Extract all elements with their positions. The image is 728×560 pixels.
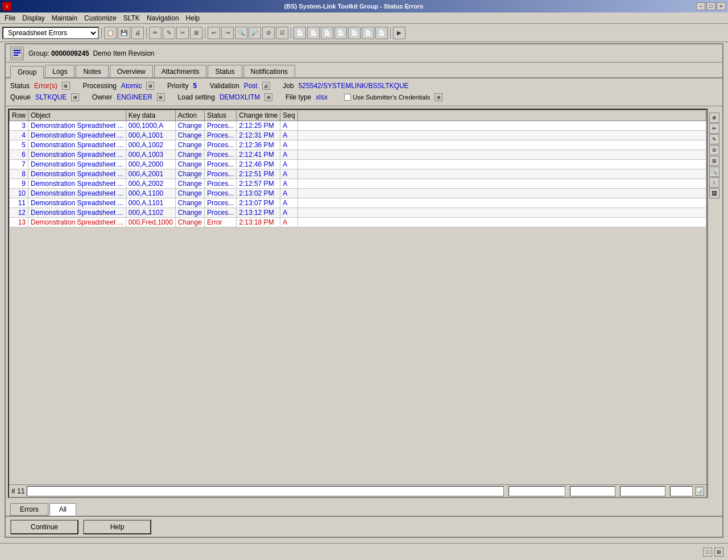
toolbar-separator xyxy=(101,27,102,39)
toolbar-btn-14[interactable]: 📄 xyxy=(293,27,306,39)
menu-maintain[interactable]: Maintain xyxy=(48,13,81,23)
table-row[interactable]: 12 Demonstration Spreadsheet ... 000,A,1… xyxy=(10,208,706,218)
table-row[interactable]: 9 Demonstration Spreadsheet ... 000,A,20… xyxy=(10,179,706,189)
close-button[interactable]: × xyxy=(717,2,726,10)
cell-object: Demonstration Spreadsheet ... xyxy=(28,189,126,198)
tab-status[interactable]: Status xyxy=(208,65,242,77)
cell-status: Proces... xyxy=(204,131,236,140)
owner-icon[interactable]: ⊞ xyxy=(157,93,165,101)
tab-notifications[interactable]: Notifications xyxy=(243,65,295,77)
table-row[interactable]: 10 Demonstration Spreadsheet ... 000,A,1… xyxy=(10,189,706,198)
side-edit2-btn[interactable]: ✎ xyxy=(709,134,719,144)
table-row[interactable]: 7 Demonstration Spreadsheet ... 000,A,20… xyxy=(10,160,706,169)
menu-navigation[interactable]: Navigation xyxy=(143,13,183,23)
tab-notes[interactable]: Notes xyxy=(76,65,108,77)
cell-object: Demonstration Spreadsheet ... xyxy=(28,150,126,160)
view-selector[interactable]: Spreadsheet Errors xyxy=(2,27,99,39)
bottom-tab-errors[interactable]: Errors xyxy=(10,503,48,516)
side-sort-btn[interactable]: ↕ xyxy=(709,177,719,188)
table-row[interactable]: 5 Demonstration Spreadsheet ... 000,A,10… xyxy=(10,140,706,150)
toolbar-btn-7[interactable]: ⊞ xyxy=(190,27,202,39)
credentials-icon[interactable]: ⊞ xyxy=(435,93,442,101)
toolbar-btn-20[interactable]: 📄 xyxy=(375,27,388,39)
toolbar-btn-16[interactable]: 📄 xyxy=(321,27,333,39)
status-icon[interactable]: ⊞ xyxy=(62,82,70,90)
cell-keydata: 000,A,1002 xyxy=(126,140,175,150)
menu-customize[interactable]: Customize xyxy=(81,13,120,23)
toolbar-btn-15[interactable]: 📄 xyxy=(307,27,320,39)
maximize-button[interactable]: □ xyxy=(706,2,715,10)
side-search-btn[interactable]: 🔍 xyxy=(709,167,719,177)
cell-status: Proces... xyxy=(204,160,236,169)
toolbar-btn-2[interactable]: 💾 xyxy=(118,27,130,39)
cell-keydata: 000,1000,A xyxy=(126,121,175,131)
menu-help[interactable]: Help xyxy=(183,13,204,23)
cell-seq: A xyxy=(280,150,297,160)
toolbar-btn-17[interactable]: 📄 xyxy=(334,27,347,39)
table-row[interactable]: 13 Demonstration Spreadsheet ... 000,Fre… xyxy=(10,218,706,227)
table-row[interactable]: 11 Demonstration Spreadsheet ... 000,A,1… xyxy=(10,198,706,208)
menu-display[interactable]: Display xyxy=(19,13,48,23)
taskbar-icon-2[interactable]: ⊞ xyxy=(714,547,723,557)
load-setting-icon[interactable]: ⊞ xyxy=(264,93,272,101)
toolbar-btn-13[interactable]: ☑ xyxy=(276,27,288,39)
side-zoom-btn[interactable]: ⊕ xyxy=(709,113,719,123)
toolbar-btn-11[interactable]: 🔎 xyxy=(249,27,261,39)
side-cancel-btn[interactable]: ⊘ xyxy=(709,145,719,155)
continue-button[interactable]: Continue xyxy=(10,520,78,534)
table-row[interactable]: 3 Demonstration Spreadsheet ... 000,1000… xyxy=(10,121,706,131)
side-edit-btn[interactable]: ✏ xyxy=(709,123,719,134)
toolbar-btn-1[interactable]: 📋 xyxy=(104,27,117,39)
cell-seq: A xyxy=(280,198,297,208)
tab-overview[interactable]: Overview xyxy=(110,65,153,77)
cell-keydata: 000,A,2000 xyxy=(126,160,175,169)
queue-icon[interactable]: ⊞ xyxy=(71,93,79,101)
side-image-btn[interactable]: 🖼 xyxy=(709,188,719,198)
svg-rect-2 xyxy=(14,52,20,53)
toolbar-btn-9[interactable]: ↪ xyxy=(221,27,234,39)
table-row[interactable]: 8 Demonstration Spreadsheet ... 000,A,20… xyxy=(10,169,706,179)
col-extra xyxy=(297,110,706,121)
window-controls[interactable]: − □ × xyxy=(696,2,726,10)
toolbar-btn-5[interactable]: ✎ xyxy=(163,27,175,39)
toolbar-btn-6[interactable]: ✂ xyxy=(176,27,189,39)
cell-seq: A xyxy=(280,131,297,140)
cell-seq: A xyxy=(280,160,297,169)
scroll-chart-icon[interactable]: 📊 xyxy=(695,487,704,496)
toolbar-btn-10[interactable]: 🔍 xyxy=(235,27,247,39)
validation-icon[interactable]: 🖨 xyxy=(262,82,270,90)
cell-extra xyxy=(297,160,706,169)
menu-file[interactable]: File xyxy=(1,13,19,23)
side-grid-btn[interactable]: ⊞ xyxy=(709,156,719,166)
tab-group[interactable]: Group xyxy=(10,66,44,78)
taskbar-icon-1[interactable]: □ xyxy=(703,547,712,557)
toolbar-btn-21[interactable]: ▶ xyxy=(393,27,406,39)
toolbar-btn-8[interactable]: ↩ xyxy=(208,27,220,39)
cell-row: 12 xyxy=(10,208,28,218)
bottom-tab-all[interactable]: All xyxy=(49,503,76,516)
table-row[interactable]: 6 Demonstration Spreadsheet ... 000,A,10… xyxy=(10,150,706,160)
tab-bar: Group Logs Notes Overview Attachments St… xyxy=(6,63,722,78)
col-changetime: Change time xyxy=(237,110,280,121)
tab-attachments[interactable]: Attachments xyxy=(154,65,207,77)
help-button[interactable]: Help xyxy=(83,520,151,534)
toolbar-btn-18[interactable]: 📄 xyxy=(348,27,361,39)
cell-status: Proces... xyxy=(204,198,236,208)
toolbar-btn-12[interactable]: ⊘ xyxy=(262,27,275,39)
table-scroll-area[interactable]: Row Object Key data Action Status Change… xyxy=(9,110,706,484)
credentials-checkbox[interactable] xyxy=(344,94,351,101)
table-row[interactable]: 4 Demonstration Spreadsheet ... 000,A,10… xyxy=(10,131,706,140)
menu-sltk[interactable]: SLTK xyxy=(120,13,143,23)
cell-row: 8 xyxy=(10,169,28,179)
tab-logs[interactable]: Logs xyxy=(45,65,75,77)
window-title: (BS) System-Link Toolkit Group - Status … xyxy=(11,3,696,10)
processing-icon[interactable]: ⊞ xyxy=(146,82,154,90)
toolbar-btn-19[interactable]: 📄 xyxy=(362,27,374,39)
processing-label: Processing xyxy=(82,82,116,90)
cell-object: Demonstration Spreadsheet ... xyxy=(28,218,126,227)
toolbar-btn-4[interactable]: ✏ xyxy=(149,27,162,39)
minimize-button[interactable]: − xyxy=(696,2,705,10)
cell-keydata: 000,A,2001 xyxy=(126,169,175,179)
toolbar-btn-3[interactable]: 🖨 xyxy=(131,27,144,39)
cell-changetime: 2:12:36 PM xyxy=(237,140,280,150)
